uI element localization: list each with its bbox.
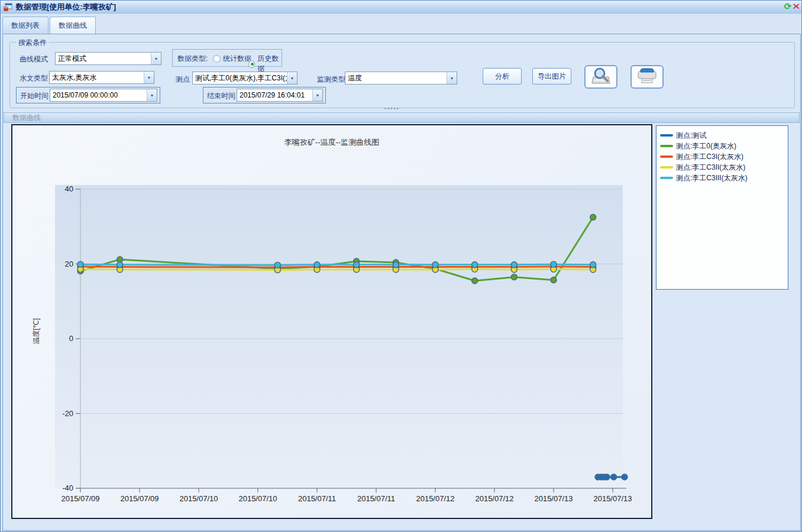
data-point bbox=[393, 262, 399, 268]
chart-legend: 测点:测试测点:李工0(奥灰水)测点:李工C3I(太灰水)测点:李工C3II(太… bbox=[656, 125, 788, 290]
end-time-box: 结束时间 2015/07/29 16:04:01 ▼ bbox=[203, 87, 326, 103]
legend-swatch-icon bbox=[660, 155, 673, 158]
data-point bbox=[274, 262, 280, 268]
radio-statistical[interactable]: 统计数据 bbox=[213, 54, 251, 64]
y-tick-label: 40 bbox=[65, 184, 73, 193]
data-point bbox=[604, 474, 610, 480]
chevron-down-icon[interactable]: ▼ bbox=[144, 72, 154, 83]
hydro-type-combo[interactable]: 太灰水,奥灰水 ▼ bbox=[49, 71, 154, 84]
legend-item: 测点:测试 bbox=[660, 130, 788, 141]
tab-data-list[interactable]: 数据列表 bbox=[2, 17, 48, 34]
chevron-down-icon[interactable]: ▼ bbox=[151, 53, 161, 64]
monitor-type-value: 温度 bbox=[345, 72, 447, 84]
tab-page: 搜索条件 曲线模式 正常模式 ▼ 数据类型: 统计数据 历史数据 水文类型 太灰… bbox=[2, 34, 801, 531]
curve-mode-label: 曲线模式 bbox=[20, 54, 48, 64]
print-button[interactable] bbox=[630, 65, 664, 89]
data-point bbox=[590, 262, 596, 268]
hydro-type-value: 太灰水,奥灰水 bbox=[50, 72, 144, 83]
window-title: 数据管理[使用单位:李嘴孜矿] bbox=[16, 2, 116, 12]
app-window: { "window": { "title": "数据管理[使用单位:李嘴孜矿]"… bbox=[0, 0, 802, 532]
data-point bbox=[77, 261, 83, 267]
end-time-picker[interactable]: 2015/07/29 16:04:01 ▼ bbox=[237, 89, 323, 102]
data-point bbox=[117, 262, 123, 268]
preview-button[interactable] bbox=[584, 65, 617, 89]
start-time-box: 开始时间 2015/07/09 00:00:00 ▼ bbox=[16, 87, 160, 103]
curve-mode-combo[interactable]: 正常模式 ▼ bbox=[55, 52, 161, 65]
x-tick-label: 2015/07/13 bbox=[593, 494, 632, 503]
data-point bbox=[472, 262, 478, 268]
radio-icon bbox=[213, 55, 221, 63]
title-bar: 数据管理[使用单位:李嘴孜矿] ⟳ ✕ bbox=[1, 1, 802, 14]
end-time-value: 2015/07/29 16:04:01 bbox=[237, 89, 312, 101]
x-tick-label: 2015/07/12 bbox=[416, 494, 454, 503]
x-tick-label: 2015/07/10 bbox=[238, 494, 277, 503]
x-tick-label: 2015/07/11 bbox=[357, 494, 395, 503]
legend-label: 测点:测试 bbox=[676, 131, 706, 141]
x-tick-label: 2015/07/12 bbox=[475, 494, 513, 503]
data-point bbox=[354, 262, 360, 268]
analyze-button[interactable]: 分析 bbox=[483, 68, 522, 85]
legend-label: 测点:李工C3III(太灰水) bbox=[676, 173, 748, 183]
chevron-down-icon[interactable]: ▼ bbox=[447, 72, 457, 84]
printer-icon bbox=[637, 67, 657, 87]
data-point bbox=[511, 262, 517, 268]
curve-mode-value: 正常模式 bbox=[56, 53, 151, 64]
chevron-down-icon[interactable]: ▼ bbox=[147, 89, 157, 101]
chart-area: 李嘴孜矿--温度--监测曲线图 温度[℃] 40200-20-402015/07… bbox=[11, 124, 652, 519]
point-combo[interactable]: 测试,李工0(奥灰水),李工C3I(太 ▼ bbox=[192, 72, 297, 85]
start-time-picker[interactable]: 2015/07/09 00:00:00 ▼ bbox=[50, 89, 157, 102]
data-type-box: 数据类型: 统计数据 历史数据 bbox=[172, 49, 282, 67]
search-conditions-group: 搜索条件 曲线模式 正常模式 ▼ 数据类型: 统计数据 历史数据 水文类型 太灰… bbox=[9, 42, 795, 108]
legend-item: 测点:李工0(奥灰水) bbox=[660, 141, 788, 151]
chart-title: 李嘴孜矿--温度--监测曲线图 bbox=[12, 137, 651, 148]
x-tick-label: 2015/07/09 bbox=[120, 494, 159, 503]
legend-item: 测点:李工C3III(太灰水) bbox=[660, 173, 788, 183]
x-tick-label: 2015/07/09 bbox=[61, 494, 99, 503]
y-tick-label: -20 bbox=[62, 409, 73, 418]
legend-swatch-icon bbox=[660, 134, 673, 137]
chevron-down-icon[interactable]: ▼ bbox=[287, 72, 297, 84]
start-time-label: 开始时间 bbox=[20, 91, 48, 101]
data-point bbox=[472, 278, 478, 284]
export-image-button[interactable]: 导出图片 bbox=[532, 68, 571, 85]
legend-label: 测点:李工C3II(太灰水) bbox=[676, 163, 745, 173]
x-tick-label: 2015/07/13 bbox=[534, 494, 573, 503]
radio-selected-icon bbox=[248, 60, 255, 68]
close-icon[interactable]: ✕ bbox=[792, 1, 800, 12]
refresh-icon[interactable]: ⟳ bbox=[784, 1, 792, 12]
app-icon bbox=[4, 3, 12, 11]
legend-label: 测点:李工C3I(太灰水) bbox=[676, 152, 743, 162]
data-point bbox=[622, 474, 628, 480]
hydro-type-label: 水文类型 bbox=[20, 73, 48, 83]
legend-swatch-icon bbox=[660, 166, 673, 168]
legend-swatch-icon bbox=[660, 145, 673, 147]
start-time-value: 2015/07/09 00:00:00 bbox=[50, 89, 147, 101]
legend-item: 测点:李工C3II(太灰水) bbox=[660, 162, 788, 173]
magnifier-icon bbox=[591, 67, 611, 87]
data-point bbox=[590, 214, 596, 220]
data-point bbox=[551, 277, 557, 283]
tab-data-curve[interactable]: 数据曲线 bbox=[50, 17, 96, 34]
data-point bbox=[511, 274, 517, 280]
monitor-type-combo[interactable]: 温度 ▼ bbox=[345, 72, 457, 85]
data-point bbox=[611, 474, 617, 480]
splitter-handle[interactable]: ••••• bbox=[384, 106, 400, 112]
data-type-label: 数据类型: bbox=[177, 54, 208, 64]
y-tick-label: -40 bbox=[62, 484, 73, 492]
point-label: 测点 bbox=[176, 74, 190, 85]
chart-canvas: 40200-20-402015/07/092015/07/092015/07/1… bbox=[12, 125, 651, 518]
tab-strip: 数据列表 数据曲线 bbox=[2, 17, 96, 34]
data-point bbox=[432, 262, 438, 268]
data-point bbox=[551, 261, 557, 267]
chart-y-axis-label: 温度[℃] bbox=[31, 318, 41, 344]
data-point bbox=[314, 262, 320, 268]
radio-historical[interactable]: 历史数据 bbox=[248, 54, 282, 74]
point-value: 测试,李工0(奥灰水),李工C3I(太 bbox=[193, 72, 287, 84]
plot-background bbox=[55, 185, 623, 488]
end-time-label: 结束时间 bbox=[207, 91, 235, 101]
monitor-type-label: 监测类型 bbox=[317, 74, 345, 85]
legend-item: 测点:李工C3I(太灰水) bbox=[660, 151, 788, 162]
chevron-down-icon[interactable]: ▼ bbox=[312, 89, 322, 101]
curve-panel-header: 数据曲线 bbox=[4, 112, 800, 123]
x-tick-label: 2015/07/10 bbox=[179, 494, 218, 503]
